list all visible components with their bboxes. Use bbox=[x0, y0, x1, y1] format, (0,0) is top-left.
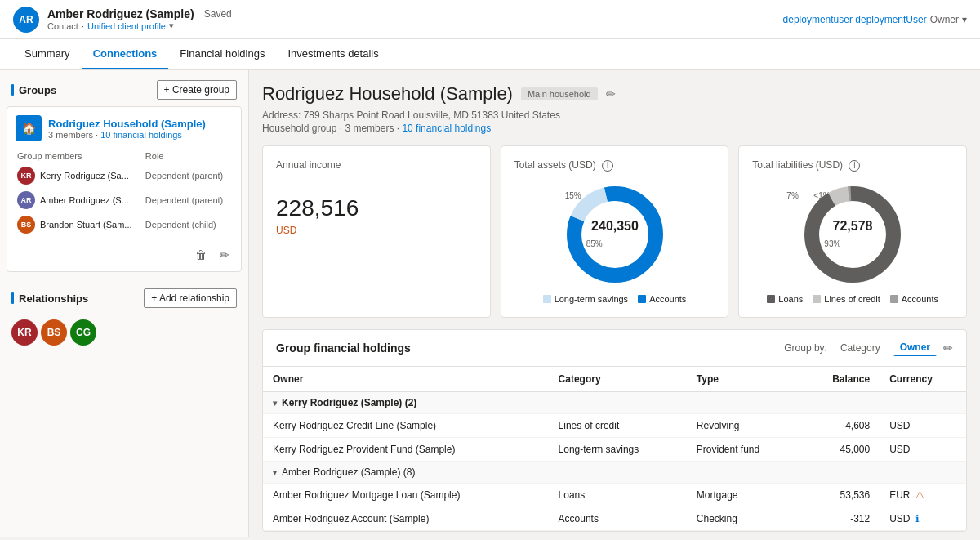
groupby-category[interactable]: Category bbox=[834, 341, 887, 355]
table-row: KR Kerry Rodriguez (Sa... Dependent (par… bbox=[17, 164, 231, 187]
owner-name: Amber Rodriguez (Sample) (8) bbox=[282, 466, 415, 478]
total-assets-card: Total assets (USD) i 240,350 15% 85% bbox=[501, 145, 729, 318]
owner-name: Kerry Rodriguez (Sample) (2) bbox=[282, 397, 416, 408]
edit-holdings-button[interactable]: ✏ bbox=[943, 341, 953, 355]
groups-section-header: Groups + Create group bbox=[0, 70, 248, 106]
col-balance: Balance bbox=[801, 367, 880, 392]
relationships-header: Relationships + Add relationship bbox=[7, 282, 242, 315]
holdings-table: Owner Category Type Balance Currency ▾ K… bbox=[263, 367, 966, 531]
holding-currency: USD ℹ bbox=[880, 507, 966, 531]
group-info: Rodriguez Household (Sample) 3 members ·… bbox=[48, 118, 206, 140]
holding-name: Kerry Rodriguez Credit Line (Sample) bbox=[263, 414, 549, 438]
donut-chart-assets: 240,350 15% 85% bbox=[514, 181, 715, 288]
col-currency: Currency bbox=[880, 367, 966, 392]
groupby-owner[interactable]: Owner bbox=[893, 340, 937, 356]
legend-dot bbox=[813, 295, 821, 303]
nav-tabs: Summary Connections Financial holdings I… bbox=[0, 39, 980, 70]
info-icon[interactable]: i bbox=[849, 160, 860, 172]
total-assets-title: Total assets (USD) i bbox=[514, 159, 715, 172]
header-info: Amber Rodriguez (Sample) Saved Contact ·… bbox=[47, 7, 232, 31]
legend-dot bbox=[638, 295, 646, 303]
member-role: Dependent (child) bbox=[145, 213, 231, 236]
holding-currency: USD bbox=[880, 438, 966, 462]
table-row: Kerry Rodriguez Credit Line (Sample) Lin… bbox=[263, 414, 966, 438]
owner-expand[interactable]: ▾ Kerry Rodriguez (Sample) (2) bbox=[273, 397, 956, 408]
holdings-header: Group financial holdings Group by: Categ… bbox=[263, 330, 966, 367]
household-subinfo: Household group · 3 members · 10 financi… bbox=[262, 123, 967, 134]
header-subtitle: Contact · Unified client profile ▾ bbox=[47, 20, 232, 31]
col-type: Type bbox=[687, 367, 801, 392]
info-icon[interactable]: i bbox=[602, 160, 613, 172]
chevron-down-icon: ▾ bbox=[273, 399, 277, 408]
group-card-header: 🏠 Rodriguez Household (Sample) 3 members… bbox=[16, 115, 233, 141]
tab-financial-holdings[interactable]: Financial holdings bbox=[168, 39, 276, 69]
avatar[interactable]: CG bbox=[70, 319, 96, 346]
chevron-down-icon: ▾ bbox=[273, 468, 277, 477]
holding-type: Provident fund bbox=[687, 438, 801, 462]
legend-label: Accounts bbox=[649, 294, 686, 304]
add-relationship-button[interactable]: + Add relationship bbox=[144, 288, 237, 308]
financial-holdings-link[interactable]: 10 financial holdings bbox=[402, 123, 491, 134]
legend-item-accounts: Accounts bbox=[638, 294, 686, 304]
legend-item-accounts: Accounts bbox=[890, 294, 938, 304]
holding-category: Loans bbox=[549, 484, 687, 507]
chevron-down-icon[interactable]: ▾ bbox=[962, 14, 967, 25]
left-panel: Groups + Create group 🏠 Rodriguez Househ… bbox=[0, 70, 249, 537]
chart-legend-liabilities: Loans Lines of credit Accounts bbox=[752, 294, 953, 304]
create-group-button[interactable]: + Create group bbox=[157, 80, 237, 100]
edit-household-button[interactable]: ✏ bbox=[606, 87, 616, 100]
member-role: Dependent (parent) bbox=[145, 164, 231, 187]
member-role: Dependent (parent) bbox=[145, 189, 231, 212]
user-link[interactable]: deploymentuser deploymentUser bbox=[783, 14, 927, 25]
holding-balance: 53,536 bbox=[801, 484, 880, 507]
legend-item-lines: Lines of credit bbox=[813, 294, 880, 304]
group-card: 🏠 Rodriguez Household (Sample) 3 members… bbox=[7, 106, 242, 272]
legend-label: Accounts bbox=[902, 294, 938, 304]
member-name: Kerry Rodriguez (Sa... bbox=[40, 171, 129, 181]
group-meta: 3 members · 10 financial holdings bbox=[48, 130, 206, 140]
tab-connections[interactable]: Connections bbox=[82, 39, 169, 69]
profile-link[interactable]: Unified client profile bbox=[87, 21, 166, 31]
edit-button[interactable]: ✏ bbox=[216, 247, 233, 263]
table-row: Amber Rodriguez Account (Sample) Account… bbox=[263, 507, 966, 531]
holding-balance: 45,000 bbox=[801, 438, 880, 462]
holding-currency: USD bbox=[880, 414, 966, 438]
chart-legend-assets: Long-term savings Accounts bbox=[514, 294, 715, 304]
percent-top-right: <1% bbox=[813, 191, 830, 200]
tab-investments-details[interactable]: Investments details bbox=[276, 39, 390, 69]
member-row: KR Kerry Rodriguez (Sa... bbox=[17, 167, 144, 185]
avatar: BS bbox=[17, 216, 35, 234]
holding-category: Accounts bbox=[549, 507, 687, 531]
percent-bottom: 93% bbox=[824, 239, 840, 248]
svg-point-3 bbox=[812, 194, 893, 275]
members-table: Group members Role KR Kerry Rodriguez (S… bbox=[16, 148, 233, 238]
relationship-avatars: KR BS CG bbox=[7, 315, 242, 350]
table-row: AR Amber Rodriguez (S... Dependent (pare… bbox=[17, 189, 231, 212]
member-row: BS Brandon Stuart (Sam... bbox=[17, 216, 144, 234]
svg-text:240,350: 240,350 bbox=[591, 219, 639, 233]
avatar: KR bbox=[17, 167, 35, 185]
top-header: AR Amber Rodriguez (Sample) Saved Contac… bbox=[0, 0, 980, 39]
legend-item-long-term: Long-term savings bbox=[543, 294, 629, 304]
legend-dot bbox=[767, 295, 775, 303]
main-content: Rodriguez Household (Sample) Main househ… bbox=[249, 70, 980, 537]
table-row: ▾ Kerry Rodriguez (Sample) (2) bbox=[263, 392, 966, 414]
owner-expand[interactable]: ▾ Amber Rodriguez (Sample) (8) bbox=[273, 466, 956, 478]
holding-balance: 4,608 bbox=[801, 414, 880, 438]
chevron-down-icon[interactable]: ▾ bbox=[169, 20, 174, 31]
group-icon: 🏠 bbox=[16, 115, 42, 141]
table-row: Amber Rodriguez Mortgage Loan (Sample) L… bbox=[263, 484, 966, 507]
avatar[interactable]: BS bbox=[41, 319, 67, 346]
holding-name: Kerry Rodriguez Provident Fund (Sample) bbox=[263, 438, 549, 462]
groupby-row: Group by: Category Owner ✏ bbox=[784, 340, 953, 356]
percent-top-left: 7% bbox=[786, 191, 798, 200]
col-category: Category bbox=[549, 367, 687, 392]
holding-type: Revolving bbox=[687, 414, 801, 438]
delete-button[interactable]: 🗑 bbox=[192, 247, 210, 263]
group-name[interactable]: Rodriguez Household (Sample) bbox=[48, 118, 206, 130]
tab-summary[interactable]: Summary bbox=[13, 39, 82, 69]
total-liabilities-card: Total liabilities (USD) i 72,578 7% <1% bbox=[738, 145, 967, 318]
avatar[interactable]: KR bbox=[11, 319, 38, 346]
holding-name: Amber Rodriguez Mortgage Loan (Sample) bbox=[263, 484, 549, 507]
main-household-badge: Main household bbox=[521, 87, 598, 100]
